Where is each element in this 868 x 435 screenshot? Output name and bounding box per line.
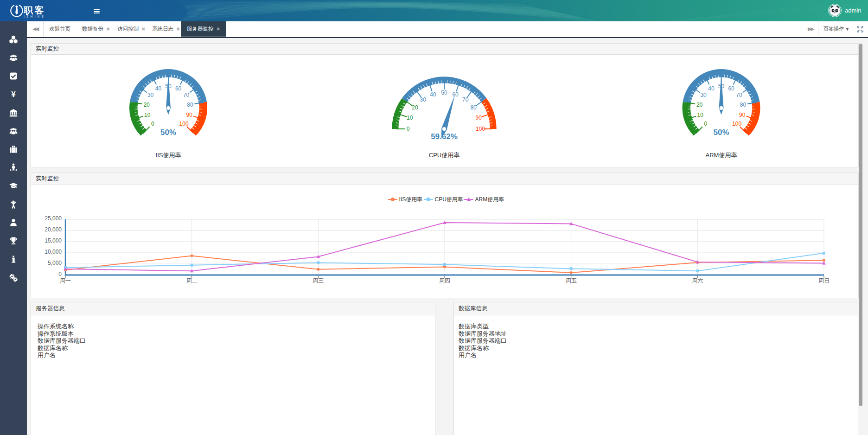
svg-text:40: 40 bbox=[430, 91, 436, 98]
svg-text:59.62%: 59.62% bbox=[431, 132, 458, 141]
svg-text:IIS使用率: IIS使用率 bbox=[399, 196, 423, 203]
svg-text:90: 90 bbox=[186, 112, 193, 118]
svg-text:20,000: 20,000 bbox=[45, 226, 62, 233]
svg-text:40: 40 bbox=[155, 85, 162, 92]
svg-text:周五: 周五 bbox=[566, 277, 577, 284]
svg-text:20: 20 bbox=[412, 104, 418, 111]
svg-text:30: 30 bbox=[147, 92, 154, 98]
svg-text:70: 70 bbox=[462, 96, 469, 103]
svg-text:50%: 50% bbox=[713, 128, 729, 137]
svg-text:100: 100 bbox=[476, 126, 485, 132]
svg-text:100: 100 bbox=[179, 121, 189, 127]
svg-text:10: 10 bbox=[144, 112, 151, 118]
svg-text:25,000: 25,000 bbox=[45, 215, 62, 222]
svg-text:0: 0 bbox=[407, 126, 410, 132]
svg-text:周六: 周六 bbox=[692, 277, 703, 284]
svg-text:50%: 50% bbox=[160, 128, 176, 137]
svg-text:15,000: 15,000 bbox=[45, 237, 62, 244]
svg-text:IIS使用率: IIS使用率 bbox=[156, 152, 181, 159]
svg-text:周一: 周一 bbox=[60, 277, 71, 284]
svg-text:80: 80 bbox=[187, 102, 193, 108]
svg-text:周日: 周日 bbox=[818, 277, 830, 284]
svg-text:60: 60 bbox=[728, 85, 734, 92]
svg-text:CPU使用率: CPU使用率 bbox=[429, 152, 460, 159]
svg-text:周二: 周二 bbox=[186, 277, 198, 284]
svg-text:80: 80 bbox=[740, 102, 747, 108]
svg-text:30: 30 bbox=[420, 96, 427, 103]
svg-text:CPU使用率: CPU使用率 bbox=[435, 196, 463, 203]
svg-text:0: 0 bbox=[704, 121, 708, 127]
svg-text:10: 10 bbox=[407, 115, 413, 121]
svg-text:20: 20 bbox=[143, 102, 150, 108]
svg-text:70: 70 bbox=[183, 92, 190, 98]
svg-text:周三: 周三 bbox=[313, 277, 324, 284]
svg-text:90: 90 bbox=[476, 115, 482, 121]
svg-text:70: 70 bbox=[736, 92, 742, 98]
svg-text:5,000: 5,000 bbox=[48, 260, 62, 266]
svg-text:40: 40 bbox=[708, 85, 715, 92]
svg-text:80: 80 bbox=[470, 104, 477, 111]
svg-text:0: 0 bbox=[58, 271, 62, 277]
svg-text:30: 30 bbox=[700, 92, 707, 98]
svg-text:50: 50 bbox=[441, 90, 447, 96]
svg-text:0: 0 bbox=[151, 121, 154, 127]
svg-text:100: 100 bbox=[732, 121, 741, 127]
svg-text:60: 60 bbox=[175, 85, 182, 92]
svg-text:60: 60 bbox=[452, 91, 459, 98]
svg-text:ARM使用率: ARM使用率 bbox=[706, 152, 737, 159]
svg-text:10: 10 bbox=[697, 112, 704, 118]
svg-text:90: 90 bbox=[739, 112, 746, 118]
svg-text:¥: ¥ bbox=[11, 90, 16, 98]
svg-text:20: 20 bbox=[696, 102, 703, 108]
svg-text:ARM使用率: ARM使用率 bbox=[475, 196, 504, 203]
svg-text:周四: 周四 bbox=[439, 277, 450, 284]
svg-text:10,000: 10,000 bbox=[45, 249, 62, 255]
